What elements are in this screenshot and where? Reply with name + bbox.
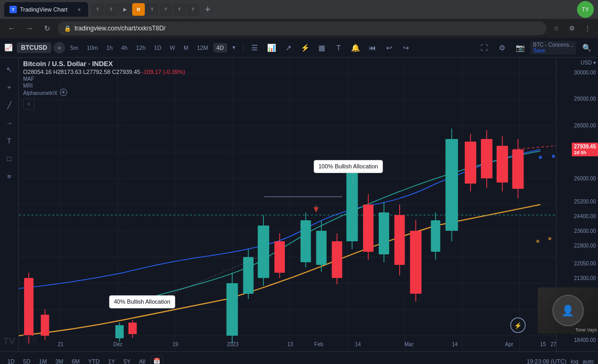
add-symbol-btn[interactable]: + <box>54 42 65 53</box>
chart-undo[interactable]: ↩ <box>382 40 397 55</box>
extra-tab[interactable]: T <box>105 3 118 16</box>
timeframe-1h[interactable]: 1h <box>103 43 116 52</box>
tab-favicon: T <box>9 6 17 13</box>
period-6m[interactable]: 6M <box>69 357 83 365</box>
chart-compare[interactable]: ↗ <box>281 40 296 55</box>
extra-tab-orange[interactable]: B <box>132 3 145 16</box>
price-18400: 18400.00 <box>574 337 596 342</box>
extra-tab[interactable]: T <box>173 3 186 16</box>
camera-btn[interactable]: 📷 <box>512 40 527 55</box>
shape-tool[interactable]: □ <box>2 151 17 166</box>
chart-redo[interactable]: ↪ <box>399 40 413 55</box>
timeframe-w[interactable]: W <box>167 43 178 52</box>
search-btn[interactable]: 🔍 <box>579 40 594 55</box>
svg-text:⚡: ⚡ <box>514 322 522 329</box>
price-30000: 30000.00 <box>574 70 596 76</box>
log-btn[interactable]: log <box>571 358 579 365</box>
menu-btn[interactable]: ⋮ <box>581 22 594 35</box>
fullscreen-btn[interactable]: ⛶ <box>477 40 492 55</box>
svg-rect-88 <box>512 149 524 189</box>
crosshair-tool[interactable]: + <box>2 80 17 94</box>
svg-rect-58 <box>346 168 358 241</box>
svg-text:Feb: Feb <box>314 341 324 347</box>
forward-btn[interactable]: → <box>22 21 37 36</box>
timeframe-12h[interactable]: 12h <box>133 43 148 52</box>
extra-tab[interactable]: ▶ <box>119 3 131 16</box>
utc-time: 19:23:08 (UTC) <box>527 358 567 365</box>
active-tab[interactable]: T TradingView Chart × <box>4 2 88 17</box>
svg-rect-79 <box>465 142 476 184</box>
chart-info: Bitcoin / U.S. Dollar · INDEX O28054.16 … <box>23 60 185 110</box>
bookmark-btn[interactable]: ☆ <box>550 22 562 35</box>
timeframe-1d[interactable]: 1D <box>151 43 165 52</box>
extra-tab[interactable]: T <box>159 3 172 16</box>
timeframe-4h[interactable]: 4h <box>118 43 131 52</box>
chart-indicator[interactable]: ⚡ <box>298 40 313 55</box>
text-tool[interactable]: T <box>2 133 17 148</box>
back-btn[interactable]: ← <box>4 21 19 36</box>
period-all[interactable]: All <box>136 357 148 365</box>
price-22050: 22050.00 <box>574 261 596 266</box>
save-label[interactable]: BTC - Concens...Save <box>530 41 576 55</box>
chart-type-bar[interactable]: ☰ <box>248 40 262 55</box>
period-1m[interactable]: 1M <box>36 357 50 365</box>
chart-replay[interactable]: ⏮ <box>365 40 380 55</box>
collapse-btn[interactable]: ‹ <box>23 98 35 110</box>
currency-label: USD ▾ <box>581 60 596 66</box>
line-tool[interactable]: ╱ <box>2 98 17 112</box>
calendar-btn[interactable]: 📅 <box>151 355 163 365</box>
arrow-tool[interactable]: → <box>2 115 17 130</box>
settings-btn[interactable]: ⚙ <box>495 40 509 55</box>
extra-tab[interactable]: T <box>187 3 199 16</box>
period-5d[interactable]: 5D <box>20 357 34 365</box>
svg-rect-64 <box>379 212 389 254</box>
period-5y[interactable]: 5Y <box>120 357 133 365</box>
svg-rect-85 <box>497 146 508 183</box>
period-3m[interactable]: 3M <box>52 357 66 365</box>
bottom-toolbar: 1D 5D 1M 3M 6M YTD 1Y 5Y All 📅 19:23:08 … <box>0 351 598 364</box>
price-28000: 28000.00 <box>574 122 596 128</box>
extensions-btn[interactable]: ⚙ <box>565 22 578 35</box>
new-tab-btn[interactable]: + <box>200 2 215 17</box>
price-25200: 25200.00 <box>574 199 596 205</box>
symbol-text: BTCUSD <box>21 44 47 51</box>
timeframe-more[interactable]: ▾ <box>229 42 239 52</box>
extra-tab[interactable]: T <box>91 3 104 16</box>
svg-rect-76 <box>445 139 458 231</box>
extra-tab[interactable]: T <box>146 3 158 16</box>
address-bar[interactable]: 🔒 tradingview.com/chart/xxkrsT8D/ <box>58 22 547 35</box>
profile-avatar[interactable]: TY <box>577 1 594 18</box>
timeframe-m[interactable]: M <box>180 43 191 52</box>
svg-text:19: 19 <box>173 341 179 347</box>
timeframe-5m[interactable]: 5m <box>67 43 81 52</box>
period-ytd[interactable]: YTD <box>85 357 103 365</box>
alphanumetrix-label: AlphanumetriX <box>23 90 58 96</box>
svg-rect-70 <box>410 231 422 294</box>
refresh-btn[interactable]: ↻ <box>40 21 55 36</box>
fib-tool[interactable]: ≡ <box>2 169 17 184</box>
chart-alert[interactable]: 🔔 <box>348 40 363 55</box>
tv-watermark: TV <box>23 333 38 346</box>
chart-template[interactable]: ▦ <box>315 40 329 55</box>
tv-watermark: TV <box>3 336 15 347</box>
svg-text:2023: 2023 <box>227 341 239 347</box>
period-1y[interactable]: 1Y <box>105 357 118 365</box>
chart-text[interactable]: T <box>332 40 346 55</box>
symbol-selector[interactable]: BTCUSD <box>17 42 51 53</box>
svg-text:Dec: Dec <box>113 341 123 347</box>
timeframe-4d[interactable]: 4D <box>213 43 227 52</box>
timeframe-10m[interactable]: 10m <box>83 43 101 52</box>
chart-main[interactable]: Bitcoin / U.S. Dollar · INDEX O28054.16 … <box>19 58 556 351</box>
svg-point-93 <box>552 155 555 158</box>
eye-icon[interactable]: 👁 <box>60 89 67 96</box>
price-29000: 29000.00 <box>574 96 596 102</box>
svg-rect-25 <box>41 315 49 336</box>
left-toolbar: ↖ + ╱ → T □ ≡ TV <box>0 58 19 351</box>
svg-text:14: 14 <box>452 341 458 347</box>
timeframe-12m[interactable]: 12M <box>194 43 211 52</box>
period-1d[interactable]: 1D <box>4 357 18 365</box>
divider-1 <box>243 42 243 53</box>
cursor-tool[interactable]: ↖ <box>2 62 17 77</box>
chart-type-candle[interactable]: 📊 <box>264 40 279 55</box>
tab-close-btn[interactable]: × <box>76 6 83 13</box>
